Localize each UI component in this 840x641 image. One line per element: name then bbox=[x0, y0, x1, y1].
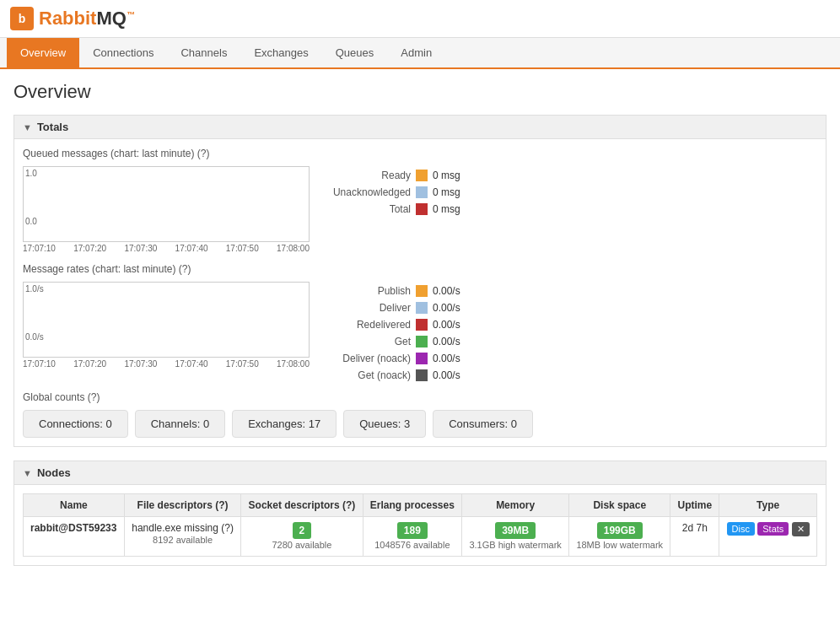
nodes-table: Name File descriptors (?) Socket descrip… bbox=[23, 493, 817, 557]
close-button[interactable]: ✕ bbox=[792, 522, 810, 536]
legend-get-noack: Get (noack) 0.00/s bbox=[326, 369, 483, 381]
get-noack-color bbox=[416, 369, 428, 381]
legend-deliver: Deliver 0.00/s bbox=[326, 302, 483, 314]
counts-row: Connections: 0 Channels: 0 Exchanges: 17… bbox=[23, 410, 817, 438]
queued-chart: 1.0 0.0 bbox=[23, 166, 310, 242]
count-channels: Channels: 0 bbox=[135, 410, 225, 438]
nav-item-queues[interactable]: Queues bbox=[322, 38, 388, 67]
nav-item-exchanges[interactable]: Exchanges bbox=[240, 38, 321, 67]
collapse-arrow: ▼ bbox=[23, 122, 32, 132]
redelivered-color bbox=[416, 319, 428, 331]
count-consumers: Consumers: 0 bbox=[433, 410, 533, 438]
rates-chart: 1.0/s 0.0/s bbox=[23, 282, 310, 358]
col-file-desc: File descriptors (?) bbox=[124, 494, 240, 517]
total-color bbox=[416, 203, 428, 215]
nav-item-connections[interactable]: Connections bbox=[79, 38, 167, 67]
col-name: Name bbox=[24, 494, 125, 517]
count-queues: Queues: 3 bbox=[343, 410, 426, 438]
totals-section: ▼ Totals Queued messages (chart: last mi… bbox=[13, 115, 827, 447]
count-connections: Connections: 0 bbox=[23, 410, 128, 438]
node-type: Disc Stats ✕ bbox=[719, 517, 817, 557]
node-socket-desc: 2 7280 available bbox=[241, 517, 363, 557]
rates-chart-label: Message rates (chart: last minute) (?) bbox=[23, 263, 817, 275]
queued-legend: Ready 0 msg Unacknowledged 0 msg Total 0… bbox=[326, 166, 483, 215]
logo-icon: b bbox=[10, 7, 34, 30]
rates-y-top: 1.0/s bbox=[25, 284, 44, 294]
queued-y-top: 1.0 bbox=[25, 169, 37, 178]
deliver-color bbox=[416, 302, 428, 314]
get-color bbox=[416, 336, 428, 347]
queued-chart-label: Queued messages (chart: last minute) (?) bbox=[23, 148, 817, 159]
page-title: Overview bbox=[13, 81, 827, 103]
legend-redelivered: Redelivered 0.00/s bbox=[326, 319, 483, 331]
nav-item-overview[interactable]: Overview bbox=[7, 38, 79, 67]
queued-x-labels: 17:07:10 17:07:20 17:07:30 17:07:40 17:0… bbox=[23, 244, 310, 253]
nodes-section: ▼ Nodes Name File descriptors (?) Socket… bbox=[13, 461, 827, 566]
global-counts-label: Global counts (?) bbox=[23, 391, 817, 403]
publish-color bbox=[416, 285, 428, 297]
rates-y-bottom: 0.0/s bbox=[25, 332, 44, 342]
node-name: rabbit@DST59233 bbox=[24, 517, 125, 557]
col-type: Type bbox=[719, 494, 817, 517]
col-socket-desc: Socket descriptors (?) bbox=[241, 494, 363, 517]
nodes-collapse-arrow: ▼ bbox=[23, 468, 32, 478]
nodes-label: Nodes bbox=[37, 466, 71, 479]
rates-chart-area: 1.0/s 0.0/s 17:07:10 17:07:20 17:07:30 1… bbox=[23, 282, 817, 381]
totals-section-header[interactable]: ▼ Totals bbox=[14, 116, 826, 139]
col-memory: Memory bbox=[462, 494, 569, 517]
col-disk: Disk space bbox=[569, 494, 670, 517]
totals-section-body: Queued messages (chart: last minute) (?)… bbox=[14, 139, 826, 446]
stats-button[interactable]: Stats bbox=[757, 522, 789, 536]
nodes-section-header[interactable]: ▼ Nodes bbox=[14, 461, 826, 485]
queued-y-bottom: 0.0 bbox=[25, 217, 37, 226]
nav-item-admin[interactable]: Admin bbox=[387, 38, 445, 67]
logo: b RabbitMQ™ bbox=[10, 7, 135, 30]
legend-get: Get 0.00/s bbox=[326, 336, 483, 347]
rates-legend: Publish 0.00/s Deliver 0.00/s Redelivere… bbox=[326, 282, 483, 381]
ready-color bbox=[416, 170, 428, 181]
logo-text: RabbitMQ™ bbox=[39, 8, 135, 30]
unack-color bbox=[416, 186, 428, 198]
legend-total: Total 0 msg bbox=[326, 203, 483, 215]
disc-button[interactable]: Disc bbox=[727, 522, 755, 536]
node-uptime: 2d 7h bbox=[670, 517, 719, 557]
table-row: rabbit@DST59233 handle.exe missing (?) 8… bbox=[24, 517, 817, 557]
content: Overview ▼ Totals Queued messages (chart… bbox=[0, 69, 840, 591]
nav-item-channels[interactable]: Channels bbox=[167, 38, 240, 67]
legend-publish: Publish 0.00/s bbox=[326, 285, 483, 297]
deliver-noack-color bbox=[416, 353, 428, 364]
header: b RabbitMQ™ bbox=[0, 0, 840, 38]
col-erlang: Erlang processes bbox=[363, 494, 462, 517]
legend-unacknowledged: Unacknowledged 0 msg bbox=[326, 186, 483, 198]
node-memory: 39MB 3.1GB high watermark bbox=[462, 517, 569, 557]
node-disk: 199GB 18MB low watermark bbox=[569, 517, 670, 557]
rates-x-labels: 17:07:10 17:07:20 17:07:30 17:07:40 17:0… bbox=[23, 359, 310, 369]
totals-label: Totals bbox=[37, 121, 68, 133]
count-exchanges: Exchanges: 17 bbox=[232, 410, 337, 438]
queued-chart-area: 1.0 0.0 17:07:10 17:07:20 17:07:30 17:07… bbox=[23, 166, 817, 253]
col-uptime: Uptime bbox=[670, 494, 719, 517]
legend-ready: Ready 0 msg bbox=[326, 170, 483, 181]
node-file-desc: handle.exe missing (?) 8192 available bbox=[124, 517, 240, 557]
node-erlang: 189 1048576 available bbox=[363, 517, 462, 557]
legend-deliver-noack: Deliver (noack) 0.00/s bbox=[326, 353, 483, 364]
nav: Overview Connections Channels Exchanges … bbox=[0, 38, 840, 69]
nodes-section-body: Name File descriptors (?) Socket descrip… bbox=[14, 485, 826, 565]
